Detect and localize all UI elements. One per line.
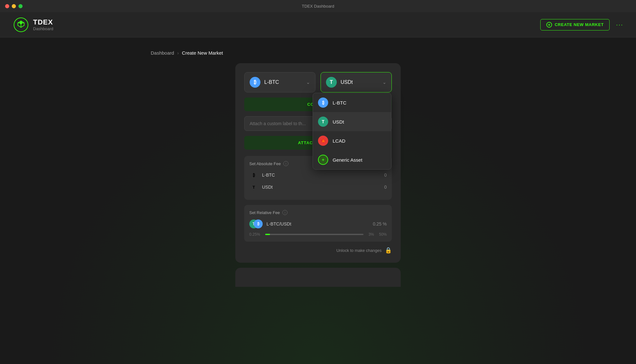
fee-lbtc-value: 0 [384, 172, 387, 178]
main-content: Dashboard › Create New Market ₿ L-BTC ⌄ … [0, 37, 636, 300]
chevron-down-icon-left: ⌄ [306, 80, 310, 85]
fee-preset-50[interactable]: 50% [379, 232, 387, 237]
fee-usdt-name: USDt [262, 185, 380, 190]
header: TDEX Dashboard + CREATE NEW MARKET ··· [0, 12, 636, 37]
fee-lbtc-name: L-BTC [262, 172, 380, 178]
fee-slider-row: 0.25% 3% 50% [249, 232, 387, 237]
fee-slider-fill [265, 234, 270, 235]
breadcrumb-home[interactable]: Dashboard [151, 50, 174, 56]
logo-title: TDEX [33, 18, 53, 26]
lbtc-icon: ₿ [250, 77, 260, 88]
close-button[interactable] [5, 4, 9, 8]
create-market-icon: + [546, 22, 552, 28]
dropdown-lbtc-icon: ₿ [318, 98, 328, 108]
usdt-icon: T [326, 77, 337, 88]
fee-lbtc-icon: ₿ [249, 171, 258, 179]
dual-asset-icon: T ₿ [249, 219, 263, 228]
maximize-button[interactable] [18, 4, 23, 8]
asset-selectors-row: ₿ L-BTC ⌄ T USDt ⌄ ₿ L-BTC [244, 72, 392, 92]
relative-fee-pair-row: T ₿ L-BTC/USDt 0.25 % [249, 219, 387, 228]
dual-icon-btc: ₿ [254, 219, 263, 228]
traffic-lights [5, 4, 23, 8]
absolute-fee-usdt-row: T USDt 0 [249, 183, 387, 192]
relative-fee-pair-name: L-BTC/USDt [266, 221, 369, 226]
fee-usdt-icon: T [249, 183, 258, 192]
logo-subtitle: Dashboard [33, 26, 53, 31]
svg-point-0 [20, 22, 22, 24]
bottom-card-peek [235, 268, 401, 287]
dropdown-lbtc-label: L-BTC [333, 100, 346, 105]
window-title: TDEX Dashboard [302, 4, 334, 9]
dropdown-item-generic[interactable]: + Generic Asset [313, 150, 391, 169]
more-options-button[interactable]: ··· [616, 21, 623, 28]
title-bar: TDEX Dashboard [0, 0, 636, 12]
logo-area: TDEX Dashboard [13, 17, 53, 33]
create-market-label: CREATE NEW MARKET [555, 22, 604, 27]
breadcrumb: Dashboard › Create New Market [151, 50, 316, 56]
breadcrumb-current: Create New Market [182, 50, 223, 56]
dropdown-item-lcad[interactable]: 🍁 LCAD [313, 131, 391, 150]
dropdown-lcad-icon: 🍁 [318, 136, 328, 146]
absolute-fee-info-icon[interactable]: i [283, 161, 288, 166]
dropdown-generic-label: Generic Asset [333, 157, 362, 163]
fee-preset-3[interactable]: 3% [369, 232, 374, 237]
asset-select-left[interactable]: ₿ L-BTC ⌄ [244, 72, 315, 92]
asset-dropdown: ₿ L-BTC T USDt 🍁 LCAD + [313, 93, 391, 170]
dropdown-lcad-label: LCAD [333, 138, 345, 144]
create-new-market-button[interactable]: + CREATE NEW MARKET [540, 19, 610, 30]
chevron-down-icon-right: ⌄ [383, 80, 386, 85]
logo-icon [13, 17, 29, 33]
relative-fee-info-icon[interactable]: i [282, 210, 287, 215]
absolute-fee-lbtc-row: ₿ L-BTC 0 [249, 171, 387, 179]
dropdown-generic-icon: + [318, 155, 328, 165]
fee-slider[interactable] [265, 234, 363, 235]
asset-right-label: USDt [341, 79, 379, 85]
asset-left-label: L-BTC [264, 79, 302, 85]
page-content: Dashboard › Create New Market ₿ L-BTC ⌄ … [0, 37, 636, 300]
absolute-fee-label: Set Absolute Fee [249, 161, 281, 166]
breadcrumb-separator: › [177, 51, 179, 56]
lock-icon[interactable]: 🔒 [385, 247, 392, 254]
dropdown-item-usdt[interactable]: T USDt [313, 112, 391, 131]
relative-fee-label: Set Relative Fee [249, 210, 280, 215]
dropdown-usdt-icon: T [318, 117, 328, 127]
header-right: + CREATE NEW MARKET ··· [540, 19, 623, 30]
asset-select-right[interactable]: T USDt ⌄ ₿ L-BTC T USDt [321, 72, 392, 92]
unlock-row: Unlock to make changes 🔒 [244, 247, 392, 254]
minimize-button[interactable] [12, 4, 16, 8]
dropdown-item-lbtc[interactable]: ₿ L-BTC [313, 93, 391, 112]
create-market-card: ₿ L-BTC ⌄ T USDt ⌄ ₿ L-BTC [235, 63, 401, 263]
unlock-text: Unlock to make changes [336, 248, 382, 253]
relative-fee-value: 0.25 % [373, 221, 387, 226]
fee-usdt-value: 0 [384, 185, 387, 190]
relative-fee-label-row: Set Relative Fee i [249, 210, 387, 215]
logo-text-area: TDEX Dashboard [33, 18, 53, 31]
fee-preset-025[interactable]: 0.25% [249, 232, 260, 237]
relative-fee-section: Set Relative Fee i T ₿ L-BTC/USDt 0.25 %… [244, 205, 392, 242]
dropdown-usdt-label: USDt [333, 119, 344, 125]
